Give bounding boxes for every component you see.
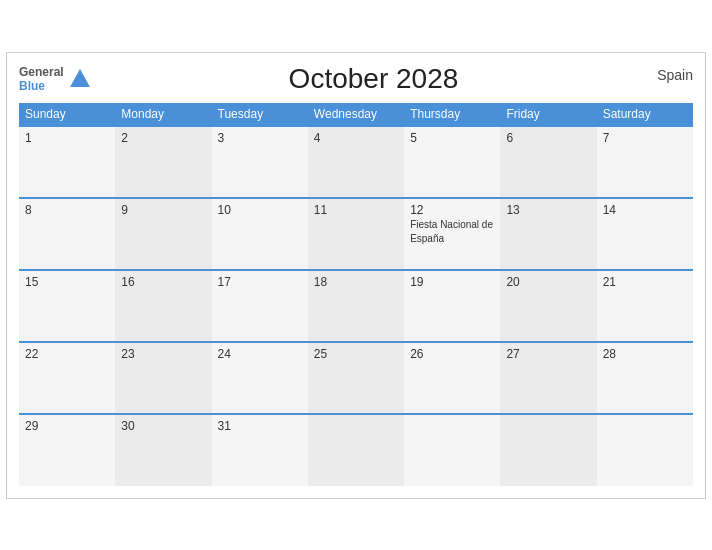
day-cell-4-1: 30 <box>115 414 211 486</box>
day-cell-4-0: 29 <box>19 414 115 486</box>
weekday-header-row: Sunday Monday Tuesday Wednesday Thursday… <box>19 103 693 126</box>
day-number: 19 <box>410 275 494 289</box>
day-number: 28 <box>603 347 687 361</box>
day-cell-0-1: 2 <box>115 126 211 198</box>
week-row-2: 89101112Fiesta Nacional de España1314 <box>19 198 693 270</box>
logo-general-text: General <box>19 65 64 79</box>
day-cell-2-5: 20 <box>500 270 596 342</box>
day-number: 10 <box>218 203 302 217</box>
day-cell-4-6 <box>597 414 693 486</box>
day-cell-1-5: 13 <box>500 198 596 270</box>
day-number: 30 <box>121 419 205 433</box>
header-tuesday: Tuesday <box>212 103 308 126</box>
day-number: 15 <box>25 275 109 289</box>
country-label: Spain <box>657 67 693 83</box>
day-number: 2 <box>121 131 205 145</box>
day-number: 26 <box>410 347 494 361</box>
day-number: 16 <box>121 275 205 289</box>
week-row-4: 22232425262728 <box>19 342 693 414</box>
header-monday: Monday <box>115 103 211 126</box>
day-number: 31 <box>218 419 302 433</box>
day-cell-1-2: 10 <box>212 198 308 270</box>
day-number: 25 <box>314 347 398 361</box>
day-number: 11 <box>314 203 398 217</box>
calendar-title: October 2028 <box>289 63 459 95</box>
day-cell-1-0: 8 <box>19 198 115 270</box>
header-sunday: Sunday <box>19 103 115 126</box>
day-number: 18 <box>314 275 398 289</box>
day-number: 20 <box>506 275 590 289</box>
day-cell-0-6: 7 <box>597 126 693 198</box>
day-number: 4 <box>314 131 398 145</box>
day-number: 14 <box>603 203 687 217</box>
day-cell-0-3: 4 <box>308 126 404 198</box>
header-wednesday: Wednesday <box>308 103 404 126</box>
header-thursday: Thursday <box>404 103 500 126</box>
calendar-container: General Blue October 2028 Spain Sunday M… <box>6 52 706 499</box>
header-friday: Friday <box>500 103 596 126</box>
day-cell-0-4: 5 <box>404 126 500 198</box>
logo-blue-text: Blue <box>19 79 64 93</box>
day-cell-2-6: 21 <box>597 270 693 342</box>
day-number: 24 <box>218 347 302 361</box>
week-row-5: 293031 <box>19 414 693 486</box>
logo-triangle-icon <box>70 69 90 87</box>
day-cell-3-5: 27 <box>500 342 596 414</box>
day-cell-3-3: 25 <box>308 342 404 414</box>
day-number: 22 <box>25 347 109 361</box>
day-cell-4-3 <box>308 414 404 486</box>
day-number: 17 <box>218 275 302 289</box>
day-number: 21 <box>603 275 687 289</box>
day-cell-2-4: 19 <box>404 270 500 342</box>
day-number: 7 <box>603 131 687 145</box>
day-cell-2-2: 17 <box>212 270 308 342</box>
day-cell-0-2: 3 <box>212 126 308 198</box>
day-number: 12 <box>410 203 494 217</box>
day-number: 3 <box>218 131 302 145</box>
day-cell-1-6: 14 <box>597 198 693 270</box>
day-cell-1-1: 9 <box>115 198 211 270</box>
logo-text: General Blue <box>19 65 64 93</box>
day-cell-4-2: 31 <box>212 414 308 486</box>
day-cell-3-0: 22 <box>19 342 115 414</box>
day-cell-2-3: 18 <box>308 270 404 342</box>
logo: General Blue <box>19 65 90 93</box>
day-cell-4-4 <box>404 414 500 486</box>
day-number: 29 <box>25 419 109 433</box>
day-cell-3-1: 23 <box>115 342 211 414</box>
day-cell-3-4: 26 <box>404 342 500 414</box>
day-number: 23 <box>121 347 205 361</box>
day-cell-0-0: 1 <box>19 126 115 198</box>
day-cell-4-5 <box>500 414 596 486</box>
day-number: 13 <box>506 203 590 217</box>
day-number: 6 <box>506 131 590 145</box>
calendar-header: General Blue October 2028 Spain <box>19 63 693 95</box>
day-number: 1 <box>25 131 109 145</box>
day-cell-0-5: 6 <box>500 126 596 198</box>
day-cell-1-4: 12Fiesta Nacional de España <box>404 198 500 270</box>
day-cell-3-2: 24 <box>212 342 308 414</box>
day-number: 8 <box>25 203 109 217</box>
day-cell-1-3: 11 <box>308 198 404 270</box>
header-saturday: Saturday <box>597 103 693 126</box>
day-cell-2-1: 16 <box>115 270 211 342</box>
day-cell-3-6: 28 <box>597 342 693 414</box>
event-text: Fiesta Nacional de España <box>410 219 493 244</box>
calendar-table: Sunday Monday Tuesday Wednesday Thursday… <box>19 103 693 486</box>
day-number: 9 <box>121 203 205 217</box>
day-number: 5 <box>410 131 494 145</box>
day-number: 27 <box>506 347 590 361</box>
week-row-3: 15161718192021 <box>19 270 693 342</box>
day-cell-2-0: 15 <box>19 270 115 342</box>
week-row-1: 1234567 <box>19 126 693 198</box>
